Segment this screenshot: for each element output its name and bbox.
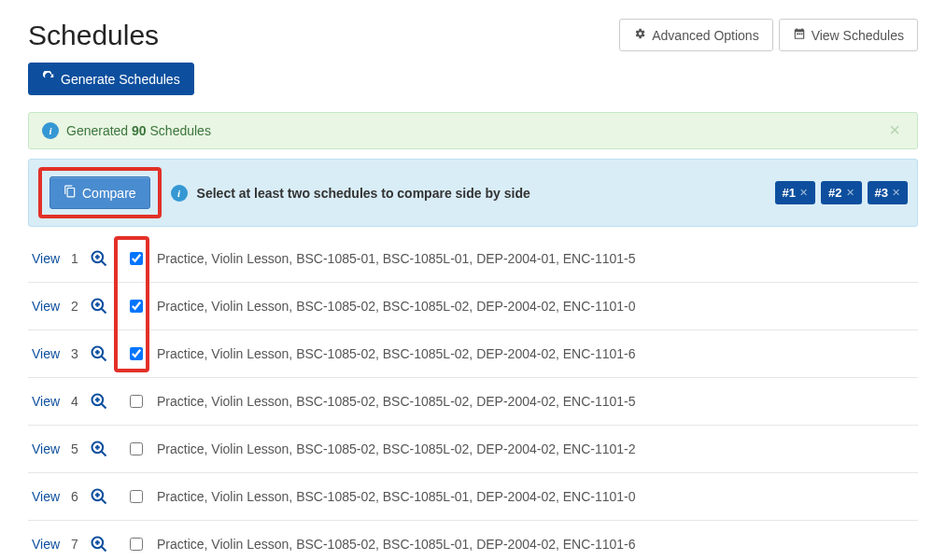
row-number: 2	[71, 299, 90, 314]
svg-line-5	[102, 309, 106, 314]
compare-checkbox[interactable]	[130, 347, 143, 360]
compare-badge-2[interactable]: #2✕	[821, 181, 861, 204]
alert-prefix: Generated	[66, 123, 128, 138]
row-number: 7	[71, 537, 90, 552]
generate-schedules-button[interactable]: Generate Schedules	[28, 63, 194, 95]
schedule-description: Practice, Violin Lesson, BSC-1085-02, BS…	[149, 441, 636, 456]
schedule-description: Practice, Violin Lesson, BSC-1085-01, BS…	[149, 251, 636, 266]
compare-button[interactable]: Compare	[49, 176, 150, 209]
page-header: Schedules Advanced Options View Schedule…	[28, 19, 918, 51]
schedule-description: Practice, Violin Lesson, BSC-1085-02, BS…	[149, 489, 636, 504]
schedule-row: View 6 Practice, Violin Lesson, BSC-1085…	[28, 473, 918, 521]
zoom-in-icon[interactable]	[90, 440, 108, 458]
info-icon: i	[42, 122, 59, 139]
view-schedules-button[interactable]: View Schedules	[779, 19, 918, 51]
row-number: 4	[71, 394, 90, 409]
schedule-row: View 7 Practice, Violin Lesson, BSC-1085…	[28, 521, 918, 560]
schedule-description: Practice, Violin Lesson, BSC-1085-02, BS…	[149, 346, 636, 361]
row-number: 5	[71, 441, 90, 456]
advanced-options-label: Advanced Options	[652, 28, 758, 43]
close-icon: ✕	[846, 187, 854, 199]
compare-badge-group: #1✕ #2✕ #3✕	[775, 181, 908, 204]
view-link[interactable]: View	[32, 489, 71, 504]
advanced-options-button[interactable]: Advanced Options	[619, 19, 772, 51]
view-link[interactable]: View	[32, 441, 71, 456]
compare-highlight: Compare	[38, 167, 162, 218]
view-link[interactable]: View	[32, 346, 71, 361]
zoom-in-icon[interactable]	[90, 392, 108, 411]
page-title: Schedules	[28, 20, 159, 51]
compare-instruction: Select at least two schedules to compare…	[197, 186, 530, 201]
copy-icon	[64, 185, 77, 201]
zoom-in-icon[interactable]	[90, 535, 108, 553]
view-schedules-label: View Schedules	[812, 28, 904, 43]
schedule-row: View 5 Practice, Violin Lesson, BSC-1085…	[28, 426, 918, 473]
generated-alert: i Generated 90 Schedules ×	[28, 112, 918, 149]
close-icon: ✕	[799, 187, 808, 199]
gears-icon	[633, 27, 646, 43]
schedule-description: Practice, Violin Lesson, BSC-1085-02, BS…	[149, 394, 636, 409]
compare-badge-1[interactable]: #1✕	[775, 181, 815, 204]
zoom-in-icon[interactable]	[90, 297, 108, 315]
view-link[interactable]: View	[32, 394, 71, 409]
generate-label: Generate Schedules	[61, 72, 180, 87]
zoom-in-icon[interactable]	[90, 249, 108, 268]
schedule-description: Practice, Violin Lesson, BSC-1085-02, BS…	[149, 537, 636, 552]
compare-checkbox[interactable]	[130, 395, 143, 408]
schedule-row: View 2 Practice, Violin Lesson, BSC-1085…	[28, 283, 918, 330]
schedule-row: View 1 Practice, Violin Lesson, BSC-1085…	[28, 240, 918, 283]
view-link[interactable]: View	[32, 299, 71, 314]
view-link[interactable]: View	[32, 251, 71, 266]
close-icon: ✕	[892, 187, 900, 199]
header-buttons: Advanced Options View Schedules	[619, 19, 918, 51]
compare-bar: Compare i Select at least two schedules …	[28, 159, 918, 227]
row-number: 1	[71, 251, 90, 266]
schedule-row: View 4 Practice, Violin Lesson, BSC-1085…	[28, 378, 918, 426]
info-icon: i	[171, 185, 188, 202]
zoom-in-icon[interactable]	[90, 344, 108, 363]
schedule-list: View 1 Practice, Violin Lesson, BSC-1085…	[28, 240, 918, 560]
svg-line-13	[102, 404, 106, 409]
compare-label: Compare	[82, 186, 136, 201]
view-link[interactable]: View	[32, 537, 71, 552]
generate-row: Generate Schedules	[28, 63, 918, 95]
compare-checkbox[interactable]	[130, 442, 143, 455]
svg-line-25	[102, 547, 106, 552]
schedule-description: Practice, Violin Lesson, BSC-1085-02, BS…	[149, 299, 636, 314]
alert-suffix: Schedules	[150, 123, 211, 138]
compare-checkbox[interactable]	[130, 300, 143, 313]
alert-count: 90	[132, 123, 147, 138]
compare-checkbox[interactable]	[130, 490, 143, 503]
row-number: 3	[71, 346, 90, 361]
compare-checkbox[interactable]	[130, 252, 143, 265]
row-number: 6	[71, 489, 90, 504]
alert-text: Generated 90 Schedules	[66, 123, 211, 138]
svg-line-21	[102, 499, 106, 504]
zoom-in-icon[interactable]	[90, 487, 108, 506]
close-alert-button[interactable]: ×	[883, 119, 906, 142]
compare-checkbox[interactable]	[130, 538, 143, 551]
schedule-row: View 3 Practice, Violin Lesson, BSC-1085…	[28, 330, 918, 378]
svg-line-17	[102, 452, 106, 456]
refresh-icon	[42, 71, 55, 87]
compare-badge-3[interactable]: #3✕	[868, 181, 908, 204]
svg-line-9	[102, 357, 106, 361]
svg-line-1	[102, 261, 106, 266]
calendar-icon	[793, 27, 806, 43]
schedule-list-wrap: View 1 Practice, Violin Lesson, BSC-1085…	[28, 240, 918, 560]
